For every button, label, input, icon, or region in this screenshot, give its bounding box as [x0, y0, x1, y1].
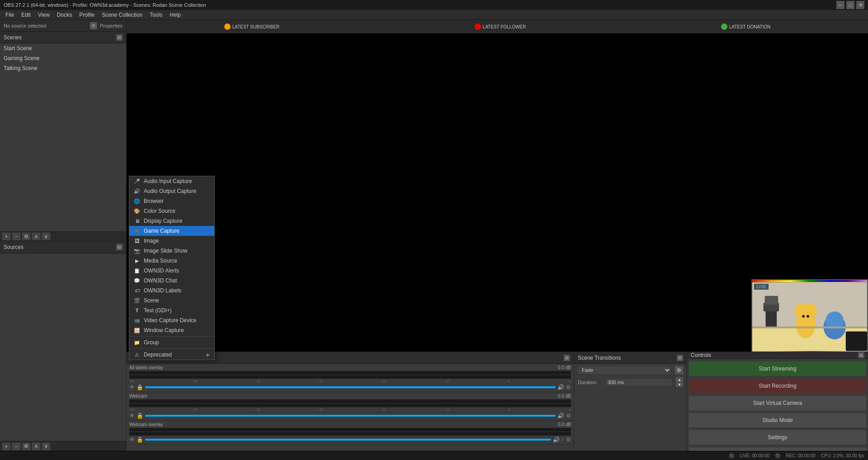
track3-slider[interactable] — [145, 439, 551, 441]
scenes-panel-icon[interactable]: ⊟ — [116, 34, 123, 41]
sources-title: Sources — [4, 244, 24, 250]
transition-settings-icon[interactable]: ⚙ — [675, 366, 683, 374]
preview-container: LATEST SUBSCRIBER LATEST FOLLOWER LATEST… — [127, 20, 868, 352]
track2-eye-icon[interactable]: 👁 — [129, 413, 135, 419]
dropdown-own3d-chat[interactable]: 💬 OWN3D Chat — [129, 276, 214, 286]
start-virtual-camera-button[interactable]: Start Virtual Camera — [689, 396, 866, 410]
properties-gear[interactable]: ⚙ — [90, 22, 97, 29]
scene-item-start[interactable]: Start Scene — [0, 43, 126, 53]
menu-view[interactable]: View — [34, 11, 53, 19]
text-gdi-icon: T — [134, 307, 140, 314]
track3-settings-icon[interactable]: ⚙ — [566, 437, 571, 443]
svg-rect-14 — [846, 331, 867, 351]
dropdown-text-gdi[interactable]: T Text (GDI+) — [129, 305, 214, 315]
track1-lock-icon[interactable]: 🔒 — [137, 384, 143, 390]
dropdown-image-slideshow[interactable]: 📷 Image Slide Show — [129, 246, 214, 256]
remove-source-button[interactable]: − — [12, 442, 21, 451]
latest-donation: LATEST DONATION — [721, 23, 771, 30]
dropdown-video-capture-label: Video Capture Device — [144, 317, 197, 324]
dropdown-text-gdi-label: Text (GDI+) — [144, 307, 172, 314]
track3-eye-icon[interactable]: 👁 — [129, 437, 135, 443]
add-source-button[interactable]: + — [2, 442, 11, 451]
track3-up-icon[interactable]: ↑ — [561, 437, 564, 443]
duration-input[interactable] — [605, 378, 672, 386]
dropdown-video-capture[interactable]: 📹 Video Capture Device — [129, 315, 214, 325]
start-recording-button[interactable]: Start Recording — [689, 379, 866, 393]
content-area: No source selected ⚙ Properties Scenes ⊟… — [0, 20, 868, 451]
dropdown-media-source[interactable]: ▶ Media Source — [129, 256, 214, 266]
live-thumbnail: LIVE — [751, 279, 868, 352]
transitions-panel-icon[interactable]: ⊟ — [677, 355, 683, 361]
image-icon: 🖼 — [134, 238, 140, 244]
config-scene-button[interactable]: ⚙ — [22, 232, 31, 240]
track3-controls: 👁 🔒 🔊 ↑ ⚙ — [129, 437, 571, 443]
maximize-button[interactable]: □ — [846, 1, 854, 9]
menu-edit[interactable]: Edit — [18, 11, 34, 19]
dropdown-image[interactable]: 🖼 Image — [129, 236, 214, 246]
settings-button[interactable]: Settings — [689, 430, 866, 445]
remove-scene-button[interactable]: − — [12, 232, 21, 240]
down-source-button[interactable]: ∨ — [42, 442, 51, 451]
source-bar: No source selected ⚙ Properties — [0, 20, 126, 32]
duration-down[interactable]: ▼ — [676, 382, 683, 387]
track1-mute-icon[interactable]: 🔊 — [557, 384, 564, 390]
close-button[interactable]: ✕ — [856, 1, 864, 9]
duration-up[interactable]: ▲ — [676, 377, 683, 382]
dropdown-scene[interactable]: 🎬 Scene — [129, 296, 214, 305]
add-scene-button[interactable]: + — [2, 232, 11, 240]
track1-slider[interactable] — [145, 386, 556, 388]
media-source-icon: ▶ — [134, 258, 140, 264]
controls-header: Controls ⊟ — [687, 352, 868, 359]
subscriber-icon — [224, 23, 231, 30]
image-slideshow-icon: 📷 — [134, 248, 140, 254]
dropdown-audio-input[interactable]: 🎤 Audio Input Capture — [129, 176, 214, 186]
track2-lock-icon[interactable]: 🔒 — [137, 413, 143, 419]
minimize-button[interactable]: ─ — [836, 1, 844, 9]
dropdown-browser[interactable]: 🌐 Browser — [129, 196, 214, 206]
transition-type-select[interactable]: Fade — [578, 366, 671, 375]
dropdown-game-capture[interactable]: 🎮 Game Capture — [129, 226, 214, 236]
scene-item-gaming[interactable]: Gaming Scene — [0, 53, 126, 63]
track2-mute-icon[interactable]: 🔊 — [557, 413, 564, 419]
dropdown-own3d-labels[interactable]: 🏷 OWN3D Labels — [129, 286, 214, 296]
dropdown-display-capture[interactable]: 🖥 Display Capture — [129, 216, 214, 226]
up-source-button[interactable]: ∧ — [32, 442, 41, 451]
dropdown-window-capture[interactable]: 🪟 Window Capture — [129, 325, 214, 335]
track3-mute-icon[interactable]: 🔊 — [553, 437, 560, 443]
dropdown-own3d-alerts[interactable]: 📋 OWN3D Alerts — [129, 266, 214, 276]
dropdown-group[interactable]: 📁 Group — [129, 338, 214, 347]
controls-panel-icon[interactable]: ⊟ — [858, 352, 864, 358]
studio-mode-button[interactable]: Studio Mode — [689, 413, 866, 427]
track1-settings-icon[interactable]: ⚙ — [566, 384, 571, 390]
dropdown-deprecated-label: Deprecated — [144, 352, 172, 358]
menu-scene-collection[interactable]: Scene Collection — [98, 11, 146, 19]
own3d-labels-icon: 🏷 — [134, 287, 140, 294]
audio-column: Audio Mixer ⊟ All labels overlay 0.0 dB — [127, 352, 574, 451]
track1-eye-icon[interactable]: 👁 — [129, 384, 135, 390]
menu-file[interactable]: File — [2, 11, 18, 19]
dropdown-deprecated[interactable]: ⚠ Deprecated ▶ — [129, 350, 214, 360]
track2-slider[interactable] — [145, 415, 556, 417]
down-scene-button[interactable]: ∨ — [42, 232, 51, 240]
dropdown-audio-output[interactable]: 🔊 Audio Output Capture — [129, 186, 214, 196]
audio-panel-icon[interactable]: ⊟ — [564, 355, 570, 361]
audio-track-2-header: Webcam 0.0 dB — [129, 394, 571, 399]
up-scene-button[interactable]: ∧ — [32, 232, 41, 240]
start-streaming-button[interactable]: Start Streaming — [689, 361, 866, 376]
scene-item-talking[interactable]: Talking Scene — [0, 63, 126, 73]
dropdown-color-source[interactable]: 🎨 Color Source — [129, 206, 214, 216]
title-bar: OBS 27.2.1 (64-bit, windows) - Profile: … — [0, 0, 868, 10]
menu-docks[interactable]: Docks — [53, 11, 75, 19]
rec-time: REC: 00:00:00 — [786, 453, 816, 458]
config-source-button[interactable]: ⚙ — [22, 442, 31, 451]
menu-profile[interactable]: Profile — [75, 11, 98, 19]
menu-tools[interactable]: Tools — [146, 11, 166, 19]
track2-settings-icon[interactable]: ⚙ — [566, 413, 571, 419]
track1-meter-bot — [129, 375, 571, 379]
live-scene-svg — [752, 282, 867, 352]
menu-help[interactable]: Help — [166, 11, 184, 19]
sources-panel-icon[interactable]: ⊟ — [116, 244, 123, 250]
track3-lock-icon[interactable]: 🔒 — [137, 437, 143, 443]
live-badge: LIVE — [754, 284, 769, 290]
audio-track-3-header: Webcam overlay 0.0 dB — [129, 422, 571, 427]
